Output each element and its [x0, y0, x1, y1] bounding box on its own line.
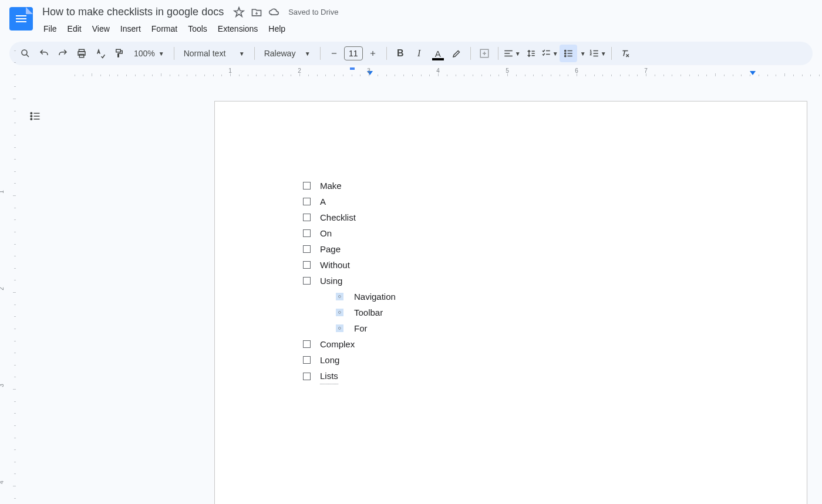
first-line-indent-marker[interactable]	[350, 67, 355, 70]
separator	[386, 47, 387, 60]
checklist-item-text[interactable]: Long	[320, 352, 339, 368]
numbered-list-icon[interactable]: 12▼	[589, 45, 607, 62]
checklist-item-text[interactable]: Make	[320, 178, 342, 194]
chevron-down-icon: ▼	[553, 50, 558, 57]
docs-logo-icon[interactable]	[9, 7, 33, 31]
menu-insert[interactable]: Insert	[116, 22, 146, 36]
menubar: FileEditViewInsertFormatToolsExtensionsH…	[39, 22, 813, 36]
checklist-item[interactable]: Without	[303, 257, 748, 273]
checklist-item[interactable]: Lists	[303, 368, 748, 384]
checkbox-icon[interactable]	[303, 214, 311, 221]
menu-format[interactable]: Format	[147, 22, 182, 36]
checkbox-icon[interactable]	[303, 182, 311, 190]
checklist-item[interactable]: Checklist	[303, 209, 748, 225]
align-icon[interactable]: ▼	[503, 45, 521, 62]
star-icon[interactable]	[233, 6, 245, 18]
paint-format-icon[interactable]	[110, 45, 128, 62]
svg-point-0	[22, 50, 27, 55]
header-main: How to make checklists in google docs Sa…	[39, 5, 813, 36]
italic-icon[interactable]: I	[410, 45, 428, 62]
checklist-item-text[interactable]: Without	[320, 257, 350, 273]
font-size-input[interactable]	[344, 46, 363, 60]
sublist-item[interactable]: ○Navigation	[303, 289, 748, 305]
checklist-item-text[interactable]: Lists	[320, 368, 338, 384]
checklist[interactable]: MakeAChecklistOnPageWithoutUsing○Navigat…	[303, 178, 748, 384]
sublist-item-text[interactable]: Toolbar	[354, 305, 383, 320]
checklist-item[interactable]: A	[303, 194, 748, 209]
chevron-down-icon: ▼	[515, 50, 521, 57]
checklist-item-text[interactable]: Using	[320, 273, 342, 289]
print-icon[interactable]	[73, 45, 90, 62]
sublist-item-text[interactable]: For	[354, 320, 368, 336]
bold-icon[interactable]: B	[392, 45, 409, 62]
font-dropdown[interactable]: Raleway▼	[260, 45, 315, 62]
menu-edit[interactable]: Edit	[63, 22, 86, 36]
menu-tools[interactable]: Tools	[183, 22, 212, 36]
checklist-item[interactable]: On	[303, 225, 748, 241]
right-indent-marker[interactable]	[750, 71, 756, 75]
search-menus-icon[interactable]	[16, 45, 34, 62]
chevron-down-icon: ▼	[305, 50, 311, 57]
sublist-item[interactable]: ○For	[303, 320, 748, 336]
move-icon[interactable]	[251, 6, 262, 18]
checkbox-icon[interactable]	[303, 277, 311, 285]
svg-point-8	[564, 55, 565, 56]
checklist-item-text[interactable]: Page	[320, 241, 341, 257]
checkbox-icon[interactable]	[303, 245, 311, 253]
checklist-item[interactable]: Using	[303, 273, 748, 289]
checklist-item-text[interactable]: Checklist	[320, 209, 356, 225]
sublist-item-text[interactable]: Navigation	[354, 289, 396, 305]
circle-bullet-icon[interactable]: ○	[336, 293, 343, 300]
separator	[254, 47, 255, 60]
menu-help[interactable]: Help	[264, 22, 290, 36]
circle-bullet-icon[interactable]: ○	[336, 309, 343, 316]
checklist-item-text[interactable]: A	[320, 194, 326, 209]
checklist-item-text[interactable]: Complex	[320, 336, 355, 352]
undo-icon[interactable]	[35, 45, 53, 62]
chevron-down-icon: ▼	[239, 50, 245, 57]
document-outline-icon[interactable]	[28, 109, 42, 123]
bulleted-list-icon[interactable]	[560, 45, 577, 62]
chevron-down-icon[interactable]: ▼	[578, 50, 588, 57]
checkbox-icon[interactable]	[303, 229, 311, 237]
zoom-dropdown[interactable]: 100%▼	[129, 45, 169, 62]
checkbox-icon[interactable]	[303, 261, 311, 269]
menu-view[interactable]: View	[87, 22, 114, 36]
checklist-icon[interactable]: ▼	[541, 45, 558, 62]
spellcheck-icon[interactable]	[92, 45, 109, 62]
checklist-item-text[interactable]: On	[320, 225, 332, 241]
decrease-font-icon[interactable]	[325, 45, 343, 62]
separator	[611, 47, 612, 60]
checkbox-icon[interactable]	[303, 340, 311, 348]
checkbox-icon[interactable]	[303, 373, 311, 380]
line-spacing-icon[interactable]	[522, 45, 540, 62]
checkbox-icon[interactable]	[303, 356, 311, 364]
highlight-icon[interactable]	[448, 45, 466, 62]
checklist-item[interactable]: Long	[303, 352, 748, 368]
menu-extensions[interactable]: Extensions	[213, 22, 262, 36]
checklist-item[interactable]: Page	[303, 241, 748, 257]
svg-point-13	[31, 119, 32, 120]
vertical-ruler[interactable]: 1234	[0, 93, 18, 504]
document-page[interactable]: MakeAChecklistOnPageWithoutUsing○Navigat…	[214, 101, 807, 504]
document-title[interactable]: How to make checklists in google docs	[39, 5, 227, 19]
svg-text:2: 2	[589, 52, 592, 56]
horizontal-ruler[interactable]: 1234567	[18, 67, 822, 77]
text-color-icon[interactable]: A	[429, 45, 447, 62]
clear-formatting-icon[interactable]	[616, 45, 634, 62]
circle-bullet-icon[interactable]: ○	[336, 324, 343, 332]
style-dropdown[interactable]: Normal text▼	[179, 45, 250, 62]
menu-file[interactable]: File	[39, 22, 62, 36]
font-value: Raleway	[264, 49, 296, 58]
font-size-group	[325, 45, 382, 62]
checklist-item[interactable]: Complex	[303, 336, 748, 352]
redo-icon[interactable]	[54, 45, 72, 62]
title-row: How to make checklists in google docs Sa…	[39, 5, 813, 19]
svg-point-12	[31, 116, 32, 117]
sublist-item[interactable]: ○Toolbar	[303, 305, 748, 320]
cloud-saved-icon[interactable]	[268, 6, 280, 18]
insert-image-icon[interactable]	[476, 45, 493, 62]
checkbox-icon[interactable]	[303, 198, 311, 205]
increase-font-icon[interactable]	[364, 45, 382, 62]
checklist-item[interactable]: Make	[303, 178, 748, 194]
